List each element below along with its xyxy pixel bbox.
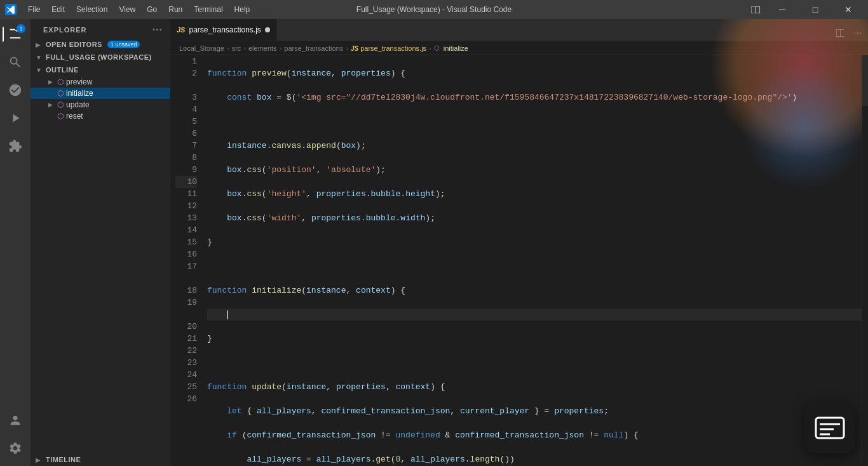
explorer-icon[interactable]: 1	[3, 22, 28, 47]
titlebar: File Edit Selection View Go Run Terminal…	[0, 0, 868, 19]
tab-unsaved-dot	[265, 27, 270, 32]
tab-actions: ···	[832, 25, 868, 41]
outline-arrow: ▼	[36, 67, 43, 74]
timeline-header[interactable]: ▶ TIMELINE	[31, 453, 170, 466]
menu-file[interactable]: File	[23, 4, 45, 15]
search-icon[interactable]	[3, 50, 28, 75]
code-line-3: instance.canvas.append(box);	[207, 140, 862, 152]
code-line-9: function initialize(instance, context) {	[207, 284, 862, 296]
layout-icons[interactable]	[747, 0, 764, 19]
open-editors-section: ▶ OPEN EDITORS 1 unsaved	[31, 38, 170, 51]
vscode-logo	[5, 4, 17, 15]
timeline-section: ▶ TIMELINE	[31, 453, 170, 466]
close-button[interactable]: ✕	[834, 0, 863, 19]
code-line-10	[207, 309, 862, 321]
sidebar-title: EXPLORER	[43, 26, 87, 34]
outline-label-preview: preview	[66, 77, 92, 86]
outline-header[interactable]: ▼ OUTLINE	[31, 63, 170, 76]
code-content[interactable]: function preview(instance, properties) {…	[202, 55, 862, 466]
settings-icon[interactable]	[3, 436, 28, 461]
menu-edit[interactable]: Edit	[46, 4, 70, 15]
timeline-title: TIMELINE	[46, 456, 81, 463]
code-line-2cont	[207, 116, 862, 128]
full-usage-title: FULL_USAGE (WORKSPACE)	[46, 53, 152, 61]
code-line-13: function update(instance, properties, co…	[207, 381, 862, 393]
sidebar-header: EXPLORER ···	[31, 19, 170, 38]
menu-run[interactable]: Run	[163, 4, 187, 15]
reset-func-icon: ⬡	[57, 112, 64, 121]
activity-bar: 1	[0, 19, 31, 466]
code-line-2: const box = $('<img src="//dd7tel2830j4w…	[207, 91, 862, 103]
tab-parse-transactions[interactable]: JS parse_transactions.js	[170, 19, 277, 41]
outline-section: ▼ OUTLINE ▶ ⬡ preview ⬡ initialize ▶ ⬡ u…	[31, 63, 170, 122]
tab-filename: parse_transactions.js	[189, 25, 261, 34]
breadcrumb-sep-3: ›	[280, 44, 282, 52]
split-editor-button[interactable]	[832, 25, 848, 41]
menu-view[interactable]: View	[114, 4, 140, 15]
breadcrumb-file[interactable]: JSparse_transactions.js	[351, 44, 426, 52]
menu-bar: File Edit Selection View Go Run Terminal…	[23, 4, 255, 15]
tab-file-icon: JS	[177, 26, 185, 34]
breadcrumb-initialize[interactable]: initialize	[444, 44, 468, 52]
sidebar: EXPLORER ··· ▶ OPEN EDITORS 1 unsaved ▼ …	[31, 19, 170, 466]
code-line-5: box.css('height', properties.bubble.heig…	[207, 188, 862, 200]
open-editors-title: OPEN EDITORS	[46, 41, 102, 48]
breadcrumb-elements[interactable]: elements	[248, 44, 277, 52]
code-line-11: }	[207, 333, 862, 345]
titlebar-left: File Edit Selection View Go Run Terminal…	[5, 4, 255, 15]
minimap[interactable]	[862, 55, 868, 466]
open-editors-arrow: ▶	[36, 41, 43, 48]
breadcrumb-func-icon: ⬡	[434, 44, 440, 51]
explorer-badge: 1	[17, 24, 25, 33]
minimize-button[interactable]: ─	[768, 0, 797, 19]
maximize-button[interactable]: □	[801, 0, 830, 19]
open-editors-badge: 1 unsaved	[107, 41, 140, 48]
tab-more-button[interactable]: ···	[850, 25, 865, 41]
full-usage-section: ▼ FULL_USAGE (WORKSPACE)	[31, 51, 170, 63]
breadcrumb-sep-4: ›	[346, 44, 348, 52]
breadcrumb-sep-2: ›	[243, 44, 246, 52]
outline-item-update[interactable]: ▶ ⬡ update	[31, 99, 170, 110]
code-line-6: box.css('width', properties.bubble.width…	[207, 212, 862, 224]
code-line-14: let { all_players, confirmed_transaction…	[207, 405, 862, 417]
code-line-4: box.css('position', 'absolute');	[207, 164, 862, 176]
floating-app-icon	[804, 403, 855, 453]
menu-help[interactable]: Help	[229, 4, 255, 15]
main-layout: 1	[0, 19, 868, 466]
run-debug-icon[interactable]	[3, 105, 28, 131]
code-line-12	[207, 357, 862, 369]
full-usage-header[interactable]: ▼ FULL_USAGE (WORKSPACE)	[31, 51, 170, 63]
breadcrumb: Local_Storage › src › elements › parse_t…	[170, 41, 868, 55]
outline-title: OUTLINE	[46, 66, 79, 74]
open-editors-header[interactable]: ▶ OPEN EDITORS 1 unsaved	[31, 38, 170, 51]
breadcrumb-parse-transactions-folder[interactable]: parse_transactions	[284, 44, 343, 52]
menu-terminal[interactable]: Terminal	[189, 4, 227, 15]
extensions-icon[interactable]	[3, 133, 28, 159]
code-line-7: }	[207, 236, 862, 248]
timeline-arrow: ▶	[36, 456, 43, 463]
activity-bottom	[3, 408, 28, 466]
outline-item-initialize[interactable]: ⬡ initialize	[31, 88, 170, 99]
code-line-16: all_players = all_players.get(0, all_pla…	[207, 453, 862, 465]
svg-rect-1	[756, 6, 760, 13]
git-icon[interactable]	[3, 77, 28, 103]
menu-selection[interactable]: Selection	[71, 4, 112, 15]
breadcrumb-local-storage[interactable]: Local_Storage	[179, 44, 224, 52]
minimap-slider	[862, 55, 868, 106]
line-numbers: 1 2 3 4 5 6 7 8 9 10 11 12 13 14 15 16 1…	[170, 55, 202, 466]
outline-label-update: update	[66, 100, 90, 109]
breadcrumb-src[interactable]: src	[232, 44, 241, 52]
outline-item-reset[interactable]: ⬡ reset	[31, 110, 170, 122]
code-line-8	[207, 260, 862, 272]
menu-go[interactable]: Go	[142, 4, 162, 15]
code-editor: 1 2 3 4 5 6 7 8 9 10 11 12 13 14 15 16 1…	[170, 55, 868, 466]
outline-item-preview[interactable]: ▶ ⬡ preview	[31, 76, 170, 88]
tab-bar: JS parse_transactions.js ···	[170, 19, 868, 41]
account-icon[interactable]	[3, 408, 28, 433]
preview-func-icon: ⬡	[57, 77, 64, 86]
code-line-1: function preview(instance, properties) {	[207, 67, 862, 79]
outline-label-initialize: initialize	[66, 89, 93, 98]
sidebar-more-button[interactable]: ···	[153, 24, 163, 36]
update-arrow: ▶	[48, 102, 55, 108]
breadcrumb-sep-1: ›	[227, 44, 229, 52]
